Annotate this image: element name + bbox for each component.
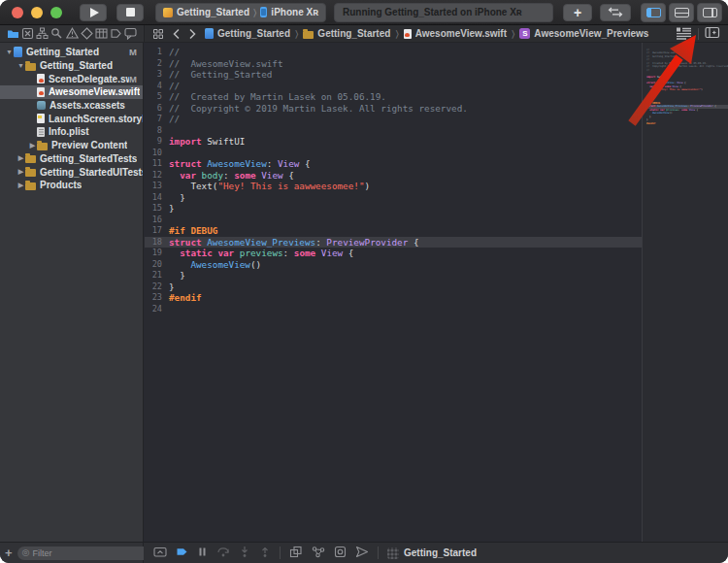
code-line-2: 2// AwesomeView.swift xyxy=(145,58,643,70)
tree-item-launchscreen-storyboard[interactable]: LaunchScreen.storyboard xyxy=(0,112,143,125)
symbol-icon: S xyxy=(519,28,530,39)
navigator-tab-source-control[interactable] xyxy=(21,27,34,40)
tree-item-label: Getting_Started xyxy=(40,60,113,71)
scheme-selector[interactable]: Getting_Started 〉 iPhone Xʀ xyxy=(155,3,326,22)
tree-item-products[interactable]: ▶Products xyxy=(0,179,143,192)
tree-item-preview-content[interactable]: ▶Preview Content xyxy=(0,139,143,152)
hide-debug-area-button[interactable] xyxy=(153,545,167,562)
tree-item-assets-xcassets[interactable]: Assets.xcassets xyxy=(0,99,143,113)
toggle-debug-panel[interactable] xyxy=(669,3,694,22)
navigator-tab-find[interactable] xyxy=(50,27,63,40)
breadcrumb-label: AwesomeView.swift xyxy=(415,28,507,39)
swift-icon xyxy=(37,74,45,83)
tree-item-info-plist[interactable]: Info.plist xyxy=(0,125,143,139)
disclosure-closed-icon[interactable]: ▶ xyxy=(28,142,37,149)
breadcrumb-item-folder[interactable]: Getting_Started xyxy=(303,28,390,39)
add-file-button[interactable]: + xyxy=(5,546,13,559)
line-number: 19 xyxy=(145,248,162,259)
tree-item-scenedelegate-swift[interactable]: SceneDelegate.swiftM xyxy=(0,72,143,85)
library-button[interactable]: + xyxy=(563,4,592,21)
disclosure-closed-icon[interactable]: ▶ xyxy=(17,168,25,176)
code-line-18: 18struct AwesomeView_Previews: PreviewPr… xyxy=(145,237,643,248)
disclosure-open-icon[interactable]: ▼ xyxy=(17,62,25,69)
navigator-tab-issues[interactable] xyxy=(66,27,79,40)
minimap-line xyxy=(643,125,728,128)
line-number: 7 xyxy=(145,114,162,125)
tree-item-getting-starteduitests[interactable]: ▶Getting_StartedUITests xyxy=(0,165,143,179)
navigator-tab-project[interactable] xyxy=(7,27,19,40)
code-line-11: 11struct AwesomeView: View { xyxy=(145,158,643,170)
code-line-8: 8 xyxy=(145,125,643,137)
breadcrumb-separator: 〉 xyxy=(512,28,514,40)
pause-button[interactable] xyxy=(197,545,208,562)
breakpoints-toggle-button[interactable] xyxy=(176,545,188,562)
tree-item-label: Getting_StartedTests xyxy=(40,153,137,164)
source-editor[interactable]: 1//2// AwesomeView.swift3// Getting_Star… xyxy=(145,43,643,542)
navigator-panel-icon xyxy=(646,8,661,17)
step-into-button xyxy=(239,545,250,562)
swift-icon xyxy=(37,87,45,97)
debugbar-divider xyxy=(280,546,281,559)
close-window-button[interactable] xyxy=(12,7,23,18)
run-button[interactable] xyxy=(80,4,107,21)
line-number: 23 xyxy=(145,292,162,304)
code-line-14: 14 } xyxy=(145,192,643,204)
code-line-12: 12 var body: some View { xyxy=(145,170,643,182)
disclosure-closed-icon[interactable]: ▶ xyxy=(17,154,25,162)
environment-overrides-button[interactable] xyxy=(334,545,347,562)
tree-item-label: AwesomeView.swift xyxy=(49,86,140,97)
code-line-17: 17#if DEBUG xyxy=(145,225,643,237)
line-number: 2 xyxy=(145,58,162,70)
running-app-indicator[interactable]: Getting_Started xyxy=(387,547,477,559)
breadcrumb-item-swift[interactable]: AwesomeView.swift xyxy=(404,28,507,39)
storyboard-icon xyxy=(37,114,45,123)
folder-icon xyxy=(25,155,36,163)
stop-button[interactable] xyxy=(116,4,144,21)
breadcrumb-item-project[interactable]: Getting_Started xyxy=(205,28,290,39)
code-line-20: 20 AwesomeView() xyxy=(145,259,643,271)
tree-item-getting-startedtests[interactable]: ▶Getting_StartedTests xyxy=(0,152,143,166)
tree-item-label: Info.plist xyxy=(49,126,89,137)
toggle-inspector-panel[interactable] xyxy=(697,3,722,22)
editor-minimap[interactable]: //// AwesomeView.swift// Getting_Started… xyxy=(642,43,728,542)
related-items-icon[interactable] xyxy=(152,28,164,40)
device-phone-icon xyxy=(260,7,267,17)
breadcrumb-item-symbol[interactable]: SAwesomeView_Previews xyxy=(519,28,648,39)
view-hierarchy-button[interactable] xyxy=(289,545,303,562)
memory-graph-button[interactable] xyxy=(312,545,325,562)
navigator-tab-debug[interactable] xyxy=(95,27,108,40)
plist-icon xyxy=(37,127,45,137)
disclosure-closed-icon[interactable]: ▶ xyxy=(17,182,25,189)
breadcrumb-separator: 〉 xyxy=(395,28,398,40)
navigator-tab-symbols[interactable] xyxy=(36,27,49,40)
tree-item-awesomeview-swift[interactable]: AwesomeView.swift xyxy=(0,85,143,99)
minimize-window-button[interactable] xyxy=(31,7,43,18)
forward-button[interactable] xyxy=(188,28,197,40)
line-number: 6 xyxy=(145,103,162,115)
line-number: 3 xyxy=(145,69,162,81)
code-line-23: 23#endif xyxy=(145,292,643,304)
code-review-button[interactable] xyxy=(600,4,631,21)
filter-input[interactable] xyxy=(32,548,146,558)
tree-item-getting-started[interactable]: ▼Getting_StartedM xyxy=(0,46,143,59)
navigator-tab-reports[interactable] xyxy=(124,27,137,40)
code-line-3: 3// Getting_Started xyxy=(145,69,643,81)
navigator-tab-breakpoints[interactable] xyxy=(110,27,122,40)
toggle-navigator-panel[interactable] xyxy=(641,3,666,22)
editor-options-button[interactable] xyxy=(676,26,692,42)
folder-icon xyxy=(25,182,36,190)
line-number: 11 xyxy=(145,158,162,170)
add-editor-button[interactable] xyxy=(705,26,720,41)
plus-icon: + xyxy=(574,5,581,20)
navigator-tab-tests[interactable] xyxy=(81,27,93,40)
simulate-location-button[interactable] xyxy=(355,545,369,562)
disclosure-open-icon[interactable]: ▼ xyxy=(5,49,14,55)
tree-item-getting-started[interactable]: ▼Getting_Started xyxy=(0,59,143,73)
code-line-4: 4// xyxy=(145,81,643,92)
folder-icon xyxy=(25,169,36,177)
scheme-device-name: iPhone Xʀ xyxy=(271,7,318,17)
breadcrumb-label: Getting_Started xyxy=(217,28,290,39)
project-icon xyxy=(205,28,214,39)
back-button[interactable] xyxy=(172,28,181,40)
zoom-window-button[interactable] xyxy=(50,7,62,18)
